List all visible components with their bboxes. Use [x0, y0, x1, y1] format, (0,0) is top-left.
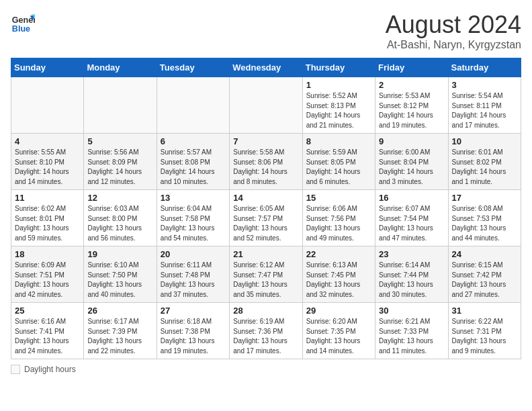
day-number: 26 [87, 306, 152, 316]
calendar-cell: 22Sunrise: 6:13 AM Sunset: 7:45 PM Dayli… [302, 246, 375, 303]
day-number: 13 [161, 193, 226, 203]
day-number: 27 [161, 306, 226, 316]
calendar-cell: 4Sunrise: 5:55 AM Sunset: 8:10 PM Daylig… [11, 134, 84, 190]
day-info: Sunrise: 6:15 AM Sunset: 7:42 PM Dayligh… [452, 261, 517, 300]
day-number: 10 [452, 136, 517, 146]
day-number: 17 [452, 193, 517, 203]
calendar-cell [11, 77, 84, 134]
title-block: August 2024 At-Bashi, Naryn, Kyrgyzstan [386, 11, 521, 51]
calendar-cell: 19Sunrise: 6:10 AM Sunset: 7:50 PM Dayli… [84, 246, 157, 303]
day-info: Sunrise: 5:54 AM Sunset: 8:11 PM Dayligh… [452, 91, 517, 130]
day-number: 24 [452, 249, 517, 259]
calendar-cell: 20Sunrise: 6:11 AM Sunset: 7:48 PM Dayli… [157, 246, 229, 303]
calendar-cell: 13Sunrise: 6:04 AM Sunset: 7:58 PM Dayli… [157, 190, 229, 246]
calendar-cell [84, 77, 157, 134]
calendar-cell: 2Sunrise: 5:53 AM Sunset: 8:12 PM Daylig… [375, 77, 448, 134]
calendar-cell: 8Sunrise: 5:59 AM Sunset: 8:05 PM Daylig… [302, 134, 375, 190]
day-info: Sunrise: 6:07 AM Sunset: 7:54 PM Dayligh… [379, 204, 444, 243]
day-info: Sunrise: 5:56 AM Sunset: 8:09 PM Dayligh… [87, 148, 152, 187]
day-info: Sunrise: 6:18 AM Sunset: 7:38 PM Dayligh… [161, 317, 226, 356]
day-number: 3 [452, 80, 517, 90]
calendar-cell: 14Sunrise: 6:05 AM Sunset: 7:57 PM Dayli… [230, 190, 302, 246]
weekday-friday: Friday [375, 58, 448, 77]
calendar-cell: 5Sunrise: 5:56 AM Sunset: 8:09 PM Daylig… [84, 134, 157, 190]
day-number: 21 [233, 249, 298, 259]
day-info: Sunrise: 6:08 AM Sunset: 7:53 PM Dayligh… [452, 204, 517, 243]
day-number: 1 [306, 80, 371, 90]
day-number: 30 [379, 306, 444, 316]
calendar-cell: 11Sunrise: 6:02 AM Sunset: 8:01 PM Dayli… [11, 190, 84, 246]
day-number: 9 [379, 136, 444, 146]
day-number: 18 [15, 249, 80, 259]
day-info: Sunrise: 6:02 AM Sunset: 8:01 PM Dayligh… [15, 204, 80, 243]
week-row-5: 25Sunrise: 6:16 AM Sunset: 7:41 PM Dayli… [11, 303, 521, 359]
calendar-cell: 25Sunrise: 6:16 AM Sunset: 7:41 PM Dayli… [11, 303, 84, 359]
page-header: General Blue August 2024 At-Bashi, Naryn… [11, 11, 521, 51]
day-info: Sunrise: 5:52 AM Sunset: 8:13 PM Dayligh… [306, 91, 371, 130]
day-info: Sunrise: 6:06 AM Sunset: 7:56 PM Dayligh… [306, 204, 371, 243]
day-number: 20 [161, 249, 226, 259]
legend: Daylight hours [11, 365, 521, 374]
calendar-cell [157, 77, 229, 134]
calendar-cell: 31Sunrise: 6:22 AM Sunset: 7:31 PM Dayli… [448, 303, 521, 359]
day-info: Sunrise: 6:01 AM Sunset: 8:02 PM Dayligh… [452, 148, 517, 187]
calendar-cell: 24Sunrise: 6:15 AM Sunset: 7:42 PM Dayli… [448, 246, 521, 303]
day-info: Sunrise: 5:57 AM Sunset: 8:08 PM Dayligh… [161, 148, 226, 187]
weekday-monday: Monday [84, 58, 157, 77]
logo: General Blue [11, 11, 35, 35]
day-number: 6 [161, 136, 226, 146]
weekday-thursday: Thursday [302, 58, 375, 77]
weekday-sunday: Sunday [11, 58, 84, 77]
day-info: Sunrise: 5:55 AM Sunset: 8:10 PM Dayligh… [15, 148, 80, 187]
weekday-saturday: Saturday [448, 58, 521, 77]
day-info: Sunrise: 6:14 AM Sunset: 7:44 PM Dayligh… [379, 261, 444, 300]
day-number: 28 [233, 306, 298, 316]
day-info: Sunrise: 5:58 AM Sunset: 8:06 PM Dayligh… [233, 148, 298, 187]
calendar-cell: 10Sunrise: 6:01 AM Sunset: 8:02 PM Dayli… [448, 134, 521, 190]
day-info: Sunrise: 6:19 AM Sunset: 7:36 PM Dayligh… [233, 317, 298, 356]
weekday-wednesday: Wednesday [230, 58, 302, 77]
calendar-cell: 16Sunrise: 6:07 AM Sunset: 7:54 PM Dayli… [375, 190, 448, 246]
calendar-cell: 27Sunrise: 6:18 AM Sunset: 7:38 PM Dayli… [157, 303, 229, 359]
location: At-Bashi, Naryn, Kyrgyzstan [386, 39, 521, 51]
day-info: Sunrise: 6:13 AM Sunset: 7:45 PM Dayligh… [306, 261, 371, 300]
calendar-cell [230, 77, 302, 134]
calendar-cell: 28Sunrise: 6:19 AM Sunset: 7:36 PM Dayli… [230, 303, 302, 359]
weekday-header-row: SundayMondayTuesdayWednesdayThursdayFrid… [11, 58, 521, 77]
week-row-4: 18Sunrise: 6:09 AM Sunset: 7:51 PM Dayli… [11, 246, 521, 303]
calendar-cell: 17Sunrise: 6:08 AM Sunset: 7:53 PM Dayli… [448, 190, 521, 246]
legend-box [11, 365, 20, 374]
logo-icon: General Blue [11, 11, 35, 35]
month-title: August 2024 [386, 11, 521, 39]
week-row-1: 1Sunrise: 5:52 AM Sunset: 8:13 PM Daylig… [11, 77, 521, 134]
calendar-cell: 23Sunrise: 6:14 AM Sunset: 7:44 PM Dayli… [375, 246, 448, 303]
calendar-cell: 26Sunrise: 6:17 AM Sunset: 7:39 PM Dayli… [84, 303, 157, 359]
day-info: Sunrise: 6:11 AM Sunset: 7:48 PM Dayligh… [161, 261, 226, 300]
day-number: 14 [233, 193, 298, 203]
calendar-cell: 1Sunrise: 5:52 AM Sunset: 8:13 PM Daylig… [302, 77, 375, 134]
day-info: Sunrise: 6:21 AM Sunset: 7:33 PM Dayligh… [379, 317, 444, 356]
calendar-cell: 9Sunrise: 6:00 AM Sunset: 8:04 PM Daylig… [375, 134, 448, 190]
calendar-cell: 21Sunrise: 6:12 AM Sunset: 7:47 PM Dayli… [230, 246, 302, 303]
day-number: 22 [306, 249, 371, 259]
day-number: 15 [306, 193, 371, 203]
day-number: 16 [379, 193, 444, 203]
calendar-cell: 29Sunrise: 6:20 AM Sunset: 7:35 PM Dayli… [302, 303, 375, 359]
calendar-cell: 30Sunrise: 6:21 AM Sunset: 7:33 PM Dayli… [375, 303, 448, 359]
day-number: 23 [379, 249, 444, 259]
day-info: Sunrise: 6:17 AM Sunset: 7:39 PM Dayligh… [87, 317, 152, 356]
day-info: Sunrise: 6:16 AM Sunset: 7:41 PM Dayligh… [15, 317, 80, 356]
day-info: Sunrise: 6:03 AM Sunset: 8:00 PM Dayligh… [87, 204, 152, 243]
day-number: 8 [306, 136, 371, 146]
day-number: 7 [233, 136, 298, 146]
day-number: 31 [452, 306, 517, 316]
calendar-cell: 15Sunrise: 6:06 AM Sunset: 7:56 PM Dayli… [302, 190, 375, 246]
day-number: 25 [15, 306, 80, 316]
day-info: Sunrise: 6:22 AM Sunset: 7:31 PM Dayligh… [452, 317, 517, 356]
day-number: 19 [87, 249, 152, 259]
calendar-cell: 18Sunrise: 6:09 AM Sunset: 7:51 PM Dayli… [11, 246, 84, 303]
day-number: 5 [87, 136, 152, 146]
day-info: Sunrise: 6:20 AM Sunset: 7:35 PM Dayligh… [306, 317, 371, 356]
day-info: Sunrise: 6:10 AM Sunset: 7:50 PM Dayligh… [87, 261, 152, 300]
day-info: Sunrise: 5:59 AM Sunset: 8:05 PM Dayligh… [306, 148, 371, 187]
